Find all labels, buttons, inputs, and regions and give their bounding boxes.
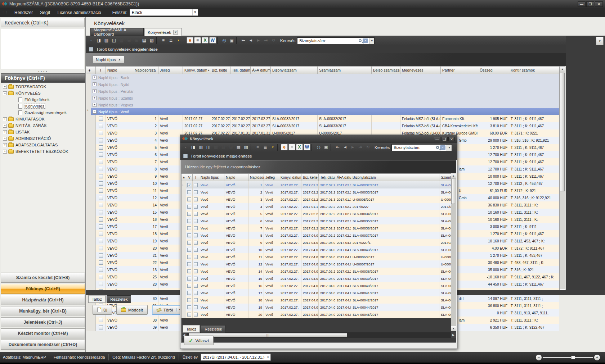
row-checkbox[interactable] xyxy=(194,233,198,237)
row-checkbox[interactable] xyxy=(99,210,103,214)
select-checkbox[interactable] xyxy=(187,219,191,223)
group-row[interactable]: + Napló típus : Szállító xyxy=(86,95,559,101)
filter-icon[interactable]: ▼ xyxy=(175,37,182,44)
nav-first-icon[interactable]: ⇤ xyxy=(240,37,247,44)
column-header[interactable]: Telj. dátum xyxy=(230,67,251,74)
row-checkbox[interactable] xyxy=(99,253,103,258)
table-row[interactable]: Vevő VEVŐ 12 Vevő 2017.02.27. 2017.04.03… xyxy=(182,260,451,268)
select-checkbox[interactable] xyxy=(187,226,191,230)
table-row[interactable]: Vevő VEVŐ 11 Vevő 2017.02.27. 2017.04.03… xyxy=(182,253,451,260)
nav-prev-icon[interactable]: ◀ xyxy=(247,37,254,44)
layout-edit-icon[interactable]: ▧ xyxy=(148,37,155,44)
module-nav-button[interactable]: Dokumentum menedzser (Ctrl+D) xyxy=(1,340,85,350)
collapse-icon[interactable]: − xyxy=(93,110,97,114)
group-chip[interactable]: Napló típus ▲ xyxy=(93,56,124,63)
vertical-pane-icon[interactable]: ⊞ xyxy=(228,144,234,150)
table-row[interactable]: Vevő VEVŐ 10 Vevő 2017.02.27. 2017.04.03… xyxy=(182,246,451,253)
list-view-icon[interactable]: ▥ xyxy=(197,144,204,150)
tree-item[interactable]: Előrögzítések xyxy=(1,96,85,103)
expand-icon[interactable]: + xyxy=(93,82,97,86)
scroll-down-icon[interactable]: ▼ xyxy=(451,326,456,331)
row-checkbox[interactable] xyxy=(99,196,103,200)
vertical-scrollbar[interactable]: ▲ ▼ xyxy=(559,66,565,295)
export-html-icon[interactable]: e xyxy=(187,37,193,44)
row-checkbox[interactable] xyxy=(194,197,198,201)
row-checkbox[interactable] xyxy=(99,325,103,329)
column-header[interactable]: Telj. dátum xyxy=(319,174,335,181)
column-header[interactable]: ÁFA dátum xyxy=(335,174,351,181)
tab-reszletek[interactable]: Részletek xyxy=(201,325,225,333)
column-header[interactable]: V xyxy=(186,174,193,181)
layout-edit-icon[interactable]: ▧ xyxy=(243,144,250,150)
table-row[interactable]: Vevő VEVŐ 17 Vevő 2017.02.27. 2017.04.03… xyxy=(182,289,451,296)
tree-item[interactable]: + NYITÁS, ZÁRÁS xyxy=(1,122,85,129)
skin-select[interactable]: Black ▼ xyxy=(130,9,198,16)
row-checkbox[interactable] xyxy=(194,284,198,288)
vertical-scrollbar[interactable]: ▲ ▼ xyxy=(451,173,456,331)
module-nav-button[interactable]: Főkönyv (Ctrl+F) xyxy=(1,284,85,294)
row-checkbox[interactable] xyxy=(99,131,103,135)
tree-expand-icon[interactable]: + xyxy=(3,130,7,134)
select-checkbox[interactable] xyxy=(187,248,191,252)
column-header[interactable]: Napló típus xyxy=(199,174,224,181)
row-checkbox[interactable] xyxy=(99,145,103,150)
select-checkbox[interactable] xyxy=(187,197,191,201)
expand-icon[interactable]: + xyxy=(93,103,97,107)
column-header[interactable]: Jelleg xyxy=(158,67,183,74)
close-icon[interactable]: ✕ xyxy=(595,1,603,7)
minimize-icon[interactable]: — xyxy=(434,137,440,141)
scroll-right-icon[interactable]: ▶ xyxy=(451,332,456,338)
module-nav-button[interactable]: Házipénztár (Ctrl+H) xyxy=(1,295,85,305)
panel-splitter[interactable]: ▪ ▪ ▪ ▪ xyxy=(0,70,86,73)
column-header[interactable]: Napló xyxy=(106,67,133,74)
scrollbar-thumb[interactable] xyxy=(560,73,565,191)
table-row[interactable]: VEVŐ 2 Vevő 2017.02.27. 2017.02.27. 2017… xyxy=(86,122,559,129)
header-marker[interactable]: ∗ xyxy=(86,67,96,74)
collapse-groups-icon[interactable]: ≡ xyxy=(160,37,167,44)
print-preview-icon[interactable]: ◎ xyxy=(315,144,322,150)
table-row[interactable]: Vevő VEVŐ 8 Vevő 2017.02.27. 2017.04.01.… xyxy=(182,232,451,239)
tree-expand-icon[interactable]: + xyxy=(3,143,7,147)
column-header[interactable]: Kontír számok xyxy=(509,67,559,74)
table-row[interactable]: Vevő VEVŐ 4 Vevő 2017.02.27. 2017.01.12.… xyxy=(182,203,451,210)
tree-item[interactable]: + ADMINISZTRÁCIÓ xyxy=(1,135,85,142)
search-icon[interactable] xyxy=(359,39,362,42)
vertical-pane-icon[interactable]: ⊞ xyxy=(133,37,140,44)
chevron-down-icon[interactable]: ▼ xyxy=(596,37,604,45)
column-header[interactable]: Naplósorszá xyxy=(248,174,264,181)
split-view-icon[interactable]: ◫ xyxy=(111,37,117,44)
row-checkbox[interactable] xyxy=(99,153,103,157)
tab-dashboard[interactable]: MagnumSZÁMLA Dashboard xyxy=(90,28,144,36)
nav-next-icon[interactable]: ▶ xyxy=(349,144,356,150)
row-checkbox[interactable] xyxy=(99,167,103,171)
export-excel-icon[interactable]: X xyxy=(202,37,209,44)
tab-close-icon[interactable]: x xyxy=(173,30,178,35)
column-header[interactable]: Belső számlaszám xyxy=(372,67,400,74)
row-checkbox[interactable] xyxy=(99,217,103,222)
select-checkbox[interactable] xyxy=(187,262,191,266)
chevron-down-icon[interactable]: ▼ xyxy=(369,38,374,44)
group-drop-area[interactable]: Húzzon ide egy fejlécet a csoportosításh… xyxy=(182,160,456,173)
select-checkbox[interactable] xyxy=(187,212,191,216)
nav-first-icon[interactable]: ⇤ xyxy=(334,144,341,150)
select-checkbox[interactable] xyxy=(187,269,191,273)
minimize-icon[interactable]: — xyxy=(578,1,586,7)
tree-expand-icon[interactable]: + xyxy=(3,150,7,154)
row-checkbox[interactable] xyxy=(194,305,198,309)
column-header[interactable]: Biz. kelte xyxy=(210,67,230,74)
maximize-icon[interactable]: ❐ xyxy=(586,1,594,7)
row-checkbox[interactable] xyxy=(99,318,103,322)
select-checkbox[interactable] xyxy=(187,277,191,281)
row-checkbox[interactable] xyxy=(99,174,103,178)
list-view-icon[interactable]: ▥ xyxy=(103,37,110,44)
tree-item[interactable]: + ADATSZOLGÁLTATÁS xyxy=(1,142,85,148)
row-checkbox[interactable] xyxy=(194,183,198,187)
split-view-icon[interactable]: ◫ xyxy=(205,144,212,150)
nav-last-icon[interactable]: ⇥ xyxy=(357,144,364,150)
module-nav-button[interactable]: Számla és készlet (Ctrl+S) xyxy=(1,273,85,283)
clear-search-icon[interactable]: × xyxy=(440,145,445,150)
select-checkbox[interactable] xyxy=(187,284,191,288)
row-checkbox[interactable] xyxy=(99,239,103,243)
select-checkbox[interactable] xyxy=(187,255,191,259)
table-row[interactable]: Vevő VEVŐ 5 Vevő 2017.02.27. 2017.02.27.… xyxy=(182,210,451,217)
